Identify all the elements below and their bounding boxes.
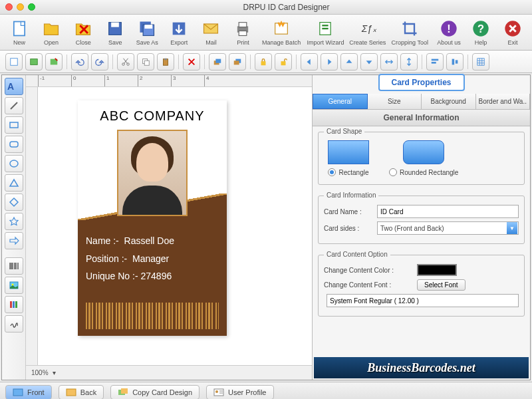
card-photo (117, 130, 188, 216)
front-button[interactable]: Front (5, 385, 52, 400)
layer-btn-2[interactable] (229, 53, 246, 70)
close-button[interactable]: Close (68, 17, 98, 49)
svg-rect-50 (13, 389, 23, 396)
svg-rect-5 (145, 25, 153, 29)
svg-text:A: A (7, 81, 14, 92)
maximize-window-icon[interactable] (28, 3, 35, 11)
svg-rect-48 (13, 301, 15, 308)
radio-rounded[interactable] (389, 168, 397, 176)
tab-border[interactable]: Border and Wa.. (476, 94, 531, 109)
signature-tool[interactable] (5, 315, 23, 332)
svg-rect-21 (11, 58, 18, 65)
arrow-tool[interactable] (5, 232, 23, 249)
star-tool[interactable] (5, 213, 23, 230)
print-button[interactable]: Print (227, 17, 258, 49)
help-button[interactable]: ?Help (466, 17, 496, 49)
diamond-tool[interactable] (5, 194, 23, 211)
ellipse-tool[interactable] (5, 155, 23, 172)
croppingtool-button[interactable]: Cropping Tool (389, 17, 431, 49)
copy-card-button[interactable]: Copy Card Design (110, 385, 200, 400)
svg-rect-10 (239, 31, 247, 35)
card-name-label: Card Name : (324, 208, 377, 215)
align-btn-2[interactable] (446, 53, 464, 70)
font-display-input[interactable] (327, 294, 519, 307)
card-shape-fieldset: Card Shape Rectangle Rounded Rectangle (318, 132, 525, 185)
grid-icon[interactable] (472, 53, 489, 70)
saveas-button[interactable]: Save As (132, 17, 162, 49)
radio-rectangle[interactable] (328, 168, 336, 176)
delete-button[interactable] (183, 53, 200, 70)
tab-general[interactable]: General (313, 94, 368, 109)
tab-size[interactable]: Size (368, 94, 422, 109)
close-window-icon[interactable] (5, 3, 13, 11)
redo-button[interactable] (91, 53, 108, 70)
svg-rect-42 (10, 122, 18, 128)
back-button[interactable]: Back (59, 385, 104, 400)
svg-rect-13 (323, 25, 329, 26)
content-color-swatch[interactable] (417, 264, 457, 276)
rect-tool[interactable] (5, 116, 23, 134)
tool-btn-3[interactable] (45, 53, 63, 70)
arrow-left-icon[interactable] (301, 53, 318, 70)
tool-btn-2[interactable] (25, 53, 43, 70)
export-button[interactable]: Export (164, 17, 194, 49)
card-name-input[interactable] (377, 205, 519, 218)
card-sides-select[interactable]: Two (Front and Back)▼ (377, 221, 519, 235)
lock-button[interactable] (255, 53, 272, 70)
text-tool[interactable]: A (5, 78, 23, 95)
card-content-legend: Card Content Option (324, 251, 390, 258)
select-font-button[interactable]: Select Font (417, 279, 466, 291)
undo-button[interactable] (71, 53, 88, 70)
svg-rect-14 (323, 27, 329, 29)
properties-tabs: General Size Background Border and Wa.. (313, 94, 530, 110)
zoom-display[interactable]: 100%▾ (26, 365, 312, 380)
unlock-button[interactable] (275, 53, 292, 70)
svg-rect-33 (234, 61, 239, 65)
tool-btn-1[interactable] (5, 53, 23, 70)
bottom-bar: Front Back Copy Card Design User Profile (0, 382, 532, 399)
aboutus-button[interactable]: !About us (434, 17, 464, 49)
tab-background[interactable]: Background (422, 94, 476, 109)
close-label: Close (76, 39, 91, 46)
print-label: Print (237, 39, 249, 46)
align-h-icon[interactable] (380, 53, 398, 70)
arrow-right-icon[interactable] (321, 53, 338, 70)
managebatch-button[interactable]: Manage Batch (260, 17, 303, 49)
properties-header: Card Properties (378, 74, 464, 91)
triangle-tool[interactable] (5, 174, 23, 192)
svg-rect-31 (215, 59, 221, 63)
paste-button[interactable] (157, 53, 174, 70)
id-card-preview[interactable]: ABC COMPANY Name :- Rassell Doe Position… (78, 100, 227, 336)
layer-btn-1[interactable] (209, 53, 226, 70)
user-profile-button[interactable]: User Profile (206, 385, 273, 400)
align-btn-1[interactable] (426, 53, 444, 70)
save-button[interactable]: Save (100, 17, 130, 49)
align-v-icon[interactable] (400, 53, 418, 70)
roundrect-tool[interactable] (5, 136, 23, 153)
line-tool[interactable] (5, 97, 23, 114)
createseries-button[interactable]: ΣƒₓCreate Series (348, 17, 387, 49)
card-shape-legend: Card Shape (324, 128, 364, 135)
open-button[interactable]: Open (36, 17, 66, 49)
new-button[interactable]: New (4, 17, 35, 49)
svg-text:!: ! (447, 22, 450, 34)
cut-button[interactable] (117, 53, 134, 70)
copy-button[interactable] (137, 53, 154, 70)
svg-rect-29 (164, 58, 167, 60)
svg-rect-9 (239, 22, 247, 27)
card-sides-label: Card sides : (324, 225, 377, 232)
arrow-down-icon[interactable] (360, 53, 378, 70)
shape-rounded-preview[interactable] (403, 140, 444, 164)
exit-button[interactable]: Exit (497, 17, 528, 49)
svg-rect-38 (452, 59, 455, 65)
image-tool[interactable] (5, 277, 23, 294)
library-tool[interactable] (5, 296, 23, 313)
mail-button[interactable]: Mail (196, 17, 226, 49)
card-barcode (86, 303, 219, 329)
minimize-window-icon[interactable] (17, 3, 24, 11)
shape-rectangle-preview[interactable] (328, 140, 369, 164)
arrow-up-icon[interactable] (340, 53, 358, 70)
barcode-tool[interactable] (5, 257, 23, 275)
importwizard-button[interactable]: Import Wizard (305, 17, 346, 49)
saveas-label: Save As (136, 39, 158, 46)
